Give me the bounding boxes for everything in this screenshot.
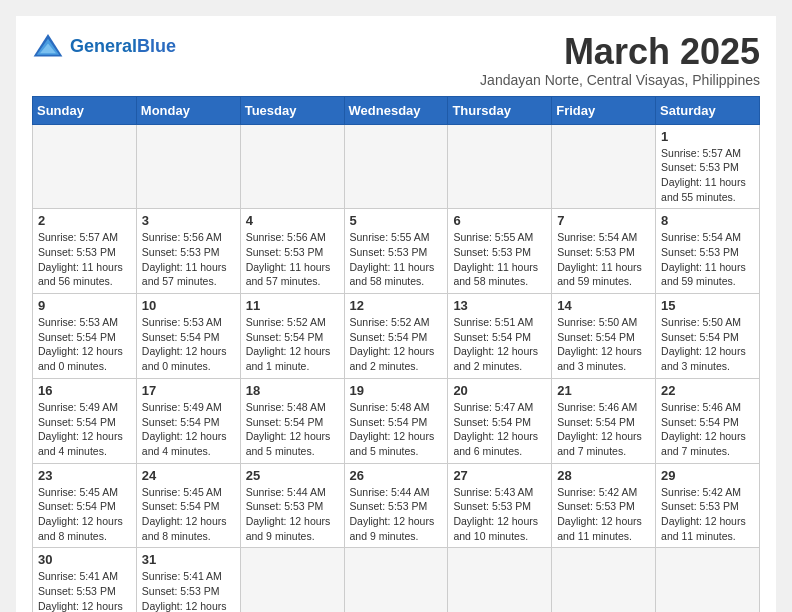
day-number: 16 bbox=[38, 383, 131, 398]
day-info: Sunrise: 5:57 AM Sunset: 5:53 PM Dayligh… bbox=[661, 146, 754, 205]
calendar-cell-2-3: 12Sunrise: 5:52 AM Sunset: 5:54 PM Dayli… bbox=[344, 294, 448, 379]
calendar-cell-5-6 bbox=[656, 548, 760, 612]
calendar-week-2: 9Sunrise: 5:53 AM Sunset: 5:54 PM Daylig… bbox=[33, 294, 760, 379]
day-number: 7 bbox=[557, 213, 650, 228]
day-info: Sunrise: 5:45 AM Sunset: 5:54 PM Dayligh… bbox=[142, 485, 235, 544]
calendar-cell-0-2 bbox=[240, 124, 344, 209]
day-info: Sunrise: 5:41 AM Sunset: 5:53 PM Dayligh… bbox=[142, 569, 235, 612]
calendar-cell-5-4 bbox=[448, 548, 552, 612]
calendar-cell-2-4: 13Sunrise: 5:51 AM Sunset: 5:54 PM Dayli… bbox=[448, 294, 552, 379]
day-info: Sunrise: 5:52 AM Sunset: 5:54 PM Dayligh… bbox=[246, 315, 339, 374]
day-info: Sunrise: 5:44 AM Sunset: 5:53 PM Dayligh… bbox=[350, 485, 443, 544]
day-number: 3 bbox=[142, 213, 235, 228]
day-info: Sunrise: 5:55 AM Sunset: 5:53 PM Dayligh… bbox=[453, 230, 546, 289]
calendar-cell-1-6: 8Sunrise: 5:54 AM Sunset: 5:53 PM Daylig… bbox=[656, 209, 760, 294]
weekday-sunday: Sunday bbox=[33, 96, 137, 124]
calendar-cell-3-1: 17Sunrise: 5:49 AM Sunset: 5:54 PM Dayli… bbox=[136, 378, 240, 463]
calendar-cell-5-0: 30Sunrise: 5:41 AM Sunset: 5:53 PM Dayli… bbox=[33, 548, 137, 612]
day-info: Sunrise: 5:49 AM Sunset: 5:54 PM Dayligh… bbox=[142, 400, 235, 459]
day-number: 14 bbox=[557, 298, 650, 313]
weekday-thursday: Thursday bbox=[448, 96, 552, 124]
day-number: 21 bbox=[557, 383, 650, 398]
weekday-friday: Friday bbox=[552, 96, 656, 124]
day-number: 15 bbox=[661, 298, 754, 313]
calendar-cell-0-4 bbox=[448, 124, 552, 209]
day-info: Sunrise: 5:56 AM Sunset: 5:53 PM Dayligh… bbox=[246, 230, 339, 289]
day-number: 24 bbox=[142, 468, 235, 483]
calendar-cell-4-2: 25Sunrise: 5:44 AM Sunset: 5:53 PM Dayli… bbox=[240, 463, 344, 548]
calendar-cell-3-3: 19Sunrise: 5:48 AM Sunset: 5:54 PM Dayli… bbox=[344, 378, 448, 463]
day-info: Sunrise: 5:42 AM Sunset: 5:53 PM Dayligh… bbox=[557, 485, 650, 544]
day-number: 31 bbox=[142, 552, 235, 567]
day-info: Sunrise: 5:50 AM Sunset: 5:54 PM Dayligh… bbox=[557, 315, 650, 374]
day-number: 27 bbox=[453, 468, 546, 483]
subtitle: Jandayan Norte, Central Visayas, Philipp… bbox=[480, 72, 760, 88]
calendar-week-4: 23Sunrise: 5:45 AM Sunset: 5:54 PM Dayli… bbox=[33, 463, 760, 548]
day-number: 19 bbox=[350, 383, 443, 398]
logo-icon bbox=[32, 32, 64, 60]
calendar-week-5: 30Sunrise: 5:41 AM Sunset: 5:53 PM Dayli… bbox=[33, 548, 760, 612]
calendar-cell-1-5: 7Sunrise: 5:54 AM Sunset: 5:53 PM Daylig… bbox=[552, 209, 656, 294]
title-block: March 2025 Jandayan Norte, Central Visay… bbox=[480, 32, 760, 88]
day-number: 2 bbox=[38, 213, 131, 228]
day-info: Sunrise: 5:46 AM Sunset: 5:54 PM Dayligh… bbox=[661, 400, 754, 459]
calendar-cell-0-6: 1Sunrise: 5:57 AM Sunset: 5:53 PM Daylig… bbox=[656, 124, 760, 209]
day-info: Sunrise: 5:51 AM Sunset: 5:54 PM Dayligh… bbox=[453, 315, 546, 374]
calendar-cell-5-5 bbox=[552, 548, 656, 612]
day-info: Sunrise: 5:57 AM Sunset: 5:53 PM Dayligh… bbox=[38, 230, 131, 289]
calendar-cell-5-2 bbox=[240, 548, 344, 612]
day-number: 4 bbox=[246, 213, 339, 228]
calendar-header: Sunday Monday Tuesday Wednesday Thursday… bbox=[33, 96, 760, 124]
day-info: Sunrise: 5:42 AM Sunset: 5:53 PM Dayligh… bbox=[661, 485, 754, 544]
calendar-cell-2-1: 10Sunrise: 5:53 AM Sunset: 5:54 PM Dayli… bbox=[136, 294, 240, 379]
day-info: Sunrise: 5:45 AM Sunset: 5:54 PM Dayligh… bbox=[38, 485, 131, 544]
calendar-cell-1-3: 5Sunrise: 5:55 AM Sunset: 5:53 PM Daylig… bbox=[344, 209, 448, 294]
day-info: Sunrise: 5:48 AM Sunset: 5:54 PM Dayligh… bbox=[350, 400, 443, 459]
day-number: 22 bbox=[661, 383, 754, 398]
day-number: 5 bbox=[350, 213, 443, 228]
weekday-saturday: Saturday bbox=[656, 96, 760, 124]
day-info: Sunrise: 5:53 AM Sunset: 5:54 PM Dayligh… bbox=[142, 315, 235, 374]
calendar-cell-3-4: 20Sunrise: 5:47 AM Sunset: 5:54 PM Dayli… bbox=[448, 378, 552, 463]
day-info: Sunrise: 5:52 AM Sunset: 5:54 PM Dayligh… bbox=[350, 315, 443, 374]
calendar-cell-3-2: 18Sunrise: 5:48 AM Sunset: 5:54 PM Dayli… bbox=[240, 378, 344, 463]
weekday-wednesday: Wednesday bbox=[344, 96, 448, 124]
logo-general-text: General bbox=[70, 36, 137, 56]
day-number: 29 bbox=[661, 468, 754, 483]
calendar-cell-0-5 bbox=[552, 124, 656, 209]
calendar-cell-3-6: 22Sunrise: 5:46 AM Sunset: 5:54 PM Dayli… bbox=[656, 378, 760, 463]
page: GeneralBlue March 2025 Jandayan Norte, C… bbox=[16, 16, 776, 612]
day-info: Sunrise: 5:49 AM Sunset: 5:54 PM Dayligh… bbox=[38, 400, 131, 459]
day-number: 18 bbox=[246, 383, 339, 398]
logo: GeneralBlue bbox=[32, 32, 176, 60]
day-number: 11 bbox=[246, 298, 339, 313]
day-number: 25 bbox=[246, 468, 339, 483]
day-info: Sunrise: 5:47 AM Sunset: 5:54 PM Dayligh… bbox=[453, 400, 546, 459]
day-info: Sunrise: 5:48 AM Sunset: 5:54 PM Dayligh… bbox=[246, 400, 339, 459]
day-info: Sunrise: 5:43 AM Sunset: 5:53 PM Dayligh… bbox=[453, 485, 546, 544]
day-number: 28 bbox=[557, 468, 650, 483]
calendar-cell-1-0: 2Sunrise: 5:57 AM Sunset: 5:53 PM Daylig… bbox=[33, 209, 137, 294]
day-number: 13 bbox=[453, 298, 546, 313]
month-title: March 2025 bbox=[480, 32, 760, 72]
day-info: Sunrise: 5:50 AM Sunset: 5:54 PM Dayligh… bbox=[661, 315, 754, 374]
calendar-cell-4-0: 23Sunrise: 5:45 AM Sunset: 5:54 PM Dayli… bbox=[33, 463, 137, 548]
day-number: 8 bbox=[661, 213, 754, 228]
calendar-cell-2-2: 11Sunrise: 5:52 AM Sunset: 5:54 PM Dayli… bbox=[240, 294, 344, 379]
calendar-cell-0-1 bbox=[136, 124, 240, 209]
weekday-row: Sunday Monday Tuesday Wednesday Thursday… bbox=[33, 96, 760, 124]
calendar-cell-1-2: 4Sunrise: 5:56 AM Sunset: 5:53 PM Daylig… bbox=[240, 209, 344, 294]
calendar-week-3: 16Sunrise: 5:49 AM Sunset: 5:54 PM Dayli… bbox=[33, 378, 760, 463]
day-info: Sunrise: 5:44 AM Sunset: 5:53 PM Dayligh… bbox=[246, 485, 339, 544]
day-info: Sunrise: 5:46 AM Sunset: 5:54 PM Dayligh… bbox=[557, 400, 650, 459]
day-number: 23 bbox=[38, 468, 131, 483]
day-info: Sunrise: 5:54 AM Sunset: 5:53 PM Dayligh… bbox=[661, 230, 754, 289]
day-number: 6 bbox=[453, 213, 546, 228]
calendar-cell-3-0: 16Sunrise: 5:49 AM Sunset: 5:54 PM Dayli… bbox=[33, 378, 137, 463]
logo-blue-text: Blue bbox=[137, 36, 176, 56]
calendar-cell-1-1: 3Sunrise: 5:56 AM Sunset: 5:53 PM Daylig… bbox=[136, 209, 240, 294]
calendar-cell-2-6: 15Sunrise: 5:50 AM Sunset: 5:54 PM Dayli… bbox=[656, 294, 760, 379]
weekday-monday: Monday bbox=[136, 96, 240, 124]
calendar-cell-2-0: 9Sunrise: 5:53 AM Sunset: 5:54 PM Daylig… bbox=[33, 294, 137, 379]
calendar-cell-4-5: 28Sunrise: 5:42 AM Sunset: 5:53 PM Dayli… bbox=[552, 463, 656, 548]
